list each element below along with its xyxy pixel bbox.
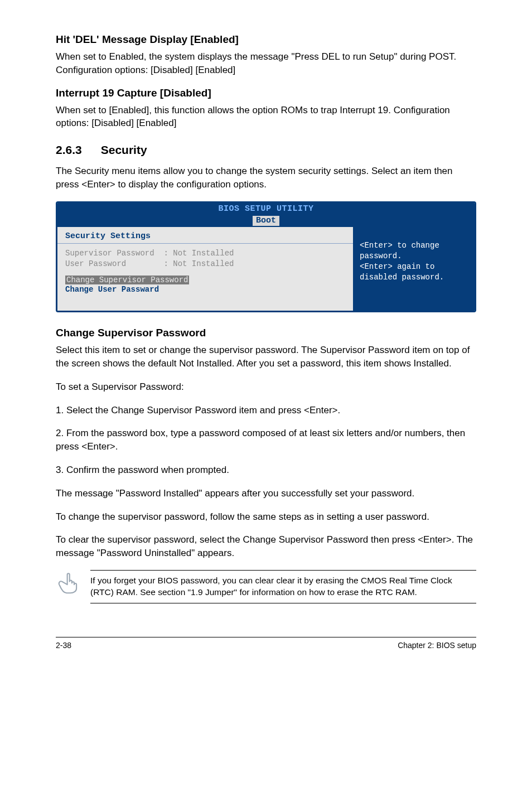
csp-p8: To clear the supervisor password, select… <box>56 533 476 560</box>
footer-page-number: 2-38 <box>56 641 71 650</box>
bios-titlebar: BIOS SETUP UTILITY Boot <box>57 203 475 228</box>
para-int19: When set to [Enabled], this function all… <box>56 104 476 131</box>
bios-item-change-user: Change User Passward <box>65 285 345 294</box>
bios-left-heading: Security Settings <box>65 231 345 241</box>
heading-hit-del: Hit 'DEL' Message Display [Enabled] <box>56 33 476 46</box>
bios-help-pane: <Enter> to change password. <Enter> agai… <box>353 227 475 311</box>
bios-body: Security Settings Supervisor Password : … <box>57 227 475 311</box>
bios-left-pane: Security Settings Supervisor Password : … <box>57 227 353 311</box>
bios-help-text: <Enter> to change password. <Enter> agai… <box>360 240 468 283</box>
csp-p4: 2. From the password box, type a passwor… <box>56 427 476 453</box>
note-box: If you forget your BIOS password, you ca… <box>56 570 476 603</box>
csp-p3: 1. Select the Change Supervisor Password… <box>56 404 476 417</box>
csp-p2: To set a Supervisor Password: <box>56 380 476 394</box>
bios-row-user: User Password : Not Installed <box>65 259 345 269</box>
section-number: 2.6.3 <box>56 143 82 157</box>
footer-chapter: Chapter 2: BIOS setup <box>398 641 476 650</box>
bios-divider <box>57 243 353 244</box>
csp-p5: 3. Confirm the password when prompted. <box>56 463 476 477</box>
section-title: Security <box>101 143 147 157</box>
page-footer: 2-38 Chapter 2: BIOS setup <box>56 637 476 650</box>
para-hit-del: When set to Enabled, the system displays… <box>56 50 476 77</box>
spacer <box>65 269 345 275</box>
csp-p7: To change the supervisor password, follo… <box>56 510 476 524</box>
section-header: 2.6.3 Security <box>56 143 476 157</box>
note-text: If you forget your BIOS password, you ca… <box>90 570 476 603</box>
heading-int19: Interrupt 19 Capture [Disabled] <box>56 87 476 99</box>
bios-title-line1: BIOS SETUP UTILITY <box>57 204 475 215</box>
bios-screenshot: BIOS SETUP UTILITY Boot Security Setting… <box>56 201 476 313</box>
csp-p1: Select this item to set or change the su… <box>56 344 476 370</box>
section-intro: The Security menu items allow you to cha… <box>56 165 476 191</box>
bios-row-supervisor: Supervisor Password : Not Installed <box>65 248 345 259</box>
bios-selected-item: Change Supervisor Password <box>65 276 189 284</box>
bios-title-tab: Boot <box>253 216 279 226</box>
note-hand-icon <box>56 570 80 597</box>
heading-csp: Change Supervisor Password <box>56 327 476 339</box>
csp-p6: The message "Password Installed" appears… <box>56 487 476 500</box>
